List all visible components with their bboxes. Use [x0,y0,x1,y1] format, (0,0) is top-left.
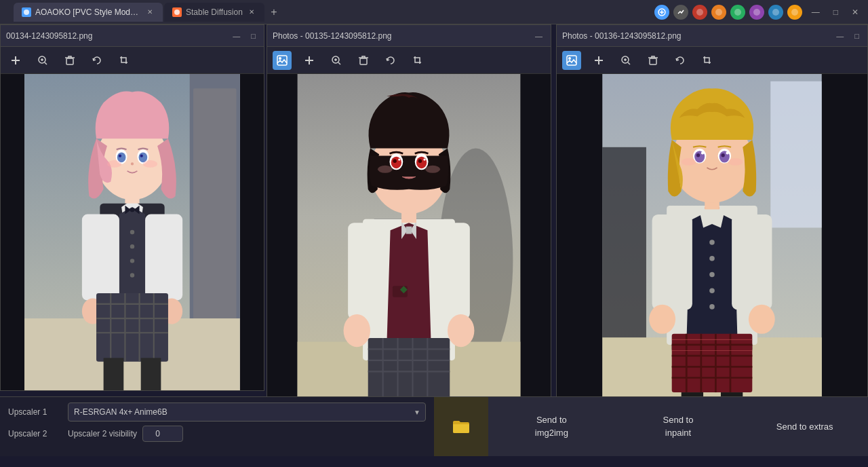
panel-2-delete-btn[interactable] [354,51,373,70]
browser-icon-2[interactable] [673,5,688,20]
panel-3-crop-btn[interactable] [698,51,717,70]
panel-3-header: Photos - 00136-1243095812.png — □ [557,25,867,47]
svg-rect-17 [66,58,73,64]
svg-rect-118 [770,81,821,228]
svg-point-101 [393,159,396,162]
svg-point-52 [117,152,126,162]
panel-3-add-btn[interactable] [589,51,608,70]
svg-point-5 [696,9,703,16]
tab-stable-diffusion[interactable]: Stable Diffusion ✕ [164,3,264,22]
upscaler-2-label: Upscaler 2 [8,429,62,438]
panel-2-minimize[interactable]: — [532,31,545,41]
panel-1-rotate-btn[interactable] [87,51,106,70]
panel-2-image-area[interactable] [267,74,551,431]
visibility-value-input[interactable] [142,426,183,442]
svg-point-83 [448,314,474,347]
image-panel-2: Photos - 00135-1243095812.png — [267,24,551,432]
upscaler-1-value: R-ESRGAN 4x+ Anime6B [74,407,167,417]
svg-rect-115 [650,58,656,64]
svg-point-9 [772,9,779,16]
svg-point-157 [721,153,724,157]
panel-1-crop-btn[interactable] [115,51,134,70]
panel-3-title: Photos - 00136-1243095812.png [562,31,828,41]
tab-favicon-sd [172,7,182,17]
browser-icon-8[interactable] [787,5,802,20]
panel-3-maximize[interactable]: □ [852,31,862,41]
close-button[interactable]: ✕ [848,6,863,18]
svg-point-102 [418,159,422,162]
svg-rect-107 [567,56,576,65]
panel-3-minimize[interactable]: — [833,31,846,41]
svg-point-7 [734,9,741,16]
svg-marker-26 [118,207,146,304]
svg-rect-81 [431,223,470,319]
minimize-button[interactable]: — [808,6,824,18]
panel-1-minimize[interactable]: — [230,31,243,41]
panel-2-toolbar [267,47,551,74]
browser-icon-5[interactable] [730,5,745,20]
panel-3-delete-btn[interactable] [644,51,663,70]
tab-close-sd[interactable]: ✕ [247,7,256,17]
send-to-inpaint-label: Send to inpaint [663,414,694,438]
panel-3-image-area[interactable] [557,74,867,411]
svg-rect-79 [406,227,412,234]
maximize-button[interactable]: □ [829,6,842,18]
svg-point-30 [130,273,134,277]
panel-3-toolbar [557,47,867,74]
svg-point-8 [753,9,760,16]
svg-point-156 [696,153,700,157]
folder-button[interactable] [434,397,488,456]
browser-toolbar-icons [654,5,802,20]
svg-point-126 [709,272,715,278]
panel-1-maximize[interactable]: □ [248,31,258,41]
folder-icon [452,419,471,435]
send-to-extras-button[interactable]: Send to extras [741,397,868,456]
browser-icon-3[interactable] [692,5,707,20]
tab-close-aoaoko[interactable]: ✕ [145,7,155,17]
svg-point-0 [24,10,29,15]
panel-2-rotate-btn[interactable] [381,51,400,70]
tab-aoaoko[interactable]: AOAOKO [PVC Style Model] - PV... ✕ [14,3,163,22]
panel-2-zoom-btn[interactable] [327,51,346,70]
svg-point-27 [130,230,134,234]
svg-point-53 [139,152,148,162]
panel-2-image-icon-btn[interactable] [273,51,292,70]
upscaler-1-row: Upscaler 1 R-ESRGAN 4x+ Anime6B ▼ [8,403,426,422]
panel-2-add-btn[interactable] [300,51,319,70]
send-to-img2img-button[interactable]: Send to img2img [488,397,615,456]
panel-1-delete-btn[interactable] [60,51,79,70]
panel-1-title: 00134-1243095812.png [6,31,224,41]
svg-point-135 [649,305,675,334]
svg-line-14 [45,62,47,64]
svg-point-82 [344,314,370,347]
svg-rect-134 [732,214,772,310]
panel-1-image-area[interactable] [1,74,264,390]
svg-point-6 [715,9,722,16]
upscaler-1-select[interactable]: R-ESRGAN 4x+ Anime6B ▼ [68,403,426,422]
window-controls-right: — □ ✕ [808,6,863,18]
visibility-label: Upscaler 2 visibility [68,429,137,438]
panel-2-crop-btn[interactable] [408,51,427,70]
upscaler-1-label: Upscaler 1 [8,407,62,417]
svg-point-1 [174,10,180,15]
panel-1-zoom-btn[interactable] [33,51,52,70]
send-to-extras-label: Send to extras [776,422,833,432]
browser-icon-4[interactable] [711,5,726,20]
new-tab-button[interactable]: + [266,4,282,20]
browser-icon-6[interactable] [749,5,764,20]
tab-bar: AOAOKO [PVC Style Model] - PV... ✕ Stabl… [14,0,652,24]
send-to-inpaint-button[interactable]: Send to inpaint [615,397,742,456]
browser-icon-7[interactable] [768,5,783,20]
tab-favicon-aoaoko [22,7,31,17]
svg-point-125 [709,256,715,261]
svg-point-58 [143,160,157,168]
panel-1-add-btn[interactable] [6,51,25,70]
browser-chrome: AOAOKO [PVC Style Model] - PV... ✕ Stabl… [0,0,868,24]
svg-point-158 [701,151,704,154]
panel-3-rotate-btn[interactable] [671,51,690,70]
browser-icon-1[interactable] [654,5,669,20]
panel-3-image-icon-btn[interactable] [562,51,581,70]
svg-rect-133 [652,214,692,310]
svg-rect-59 [277,56,287,65]
panel-3-zoom-btn[interactable] [616,51,635,70]
